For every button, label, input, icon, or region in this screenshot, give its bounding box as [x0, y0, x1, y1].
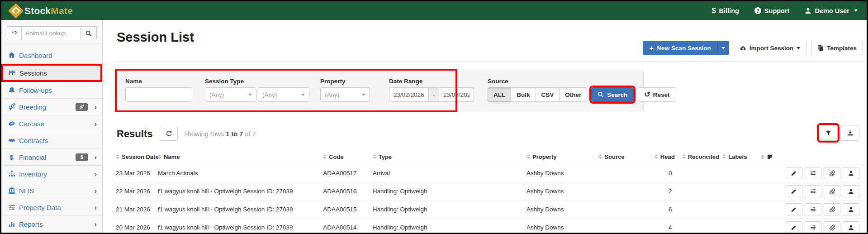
- source-bulk-button[interactable]: Bulk: [511, 87, 536, 102]
- header-labels[interactable]: Labels: [719, 147, 757, 164]
- app-window: StockMate $ Billing ? Support Demo User …: [0, 0, 868, 234]
- new-scan-session-button[interactable]: + New Scan Session: [643, 41, 717, 55]
- table-row[interactable]: 23 Mar 2026 March Animals ADAA00517 Arri…: [112, 164, 863, 182]
- edit-row-button[interactable]: [786, 221, 802, 233]
- sidebar-item-contracts[interactable]: Contracts: [1, 132, 102, 149]
- name-filter-input[interactable]: [125, 87, 192, 102]
- sidebar-item-financial[interactable]: $ Financial $ ›: [1, 149, 102, 166]
- header-property[interactable]: Property: [523, 147, 595, 164]
- sort-icon: [655, 154, 658, 159]
- source-all-button[interactable]: ALL: [488, 87, 511, 102]
- new-scan-session-label: New Scan Session: [657, 45, 711, 52]
- edit-icon: [791, 188, 797, 194]
- session-type-filter-label: Session Type: [205, 78, 309, 85]
- chevron-down-icon: [248, 94, 252, 96]
- animal-lookup-input[interactable]: [21, 26, 81, 40]
- lookup-wildcard-button[interactable]: *?: [7, 26, 21, 40]
- chevron-right-icon: ›: [94, 204, 97, 211]
- sort-icon: [761, 155, 764, 159]
- sidebar-item-label: Inventory: [19, 170, 47, 178]
- chevron-right-icon: ›: [94, 120, 97, 128]
- table-header-row: Session Date Name Code Type Property Sou…: [112, 147, 863, 164]
- cell-reconciled: [678, 200, 719, 218]
- session-type-value: (Any): [209, 91, 224, 98]
- user-menu[interactable]: Demo User: [805, 7, 858, 14]
- header-code[interactable]: Code: [319, 147, 369, 164]
- row-attachments-button[interactable]: [824, 185, 840, 197]
- import-session-button[interactable]: Import Session: [734, 41, 807, 55]
- table-row[interactable]: 22 Mar 2026 f1 wagyus knoll hill - Optiw…: [112, 182, 863, 200]
- reset-button[interactable]: ↺ Reset: [638, 87, 676, 102]
- chevron-right-icon: ›: [94, 220, 97, 228]
- sidebar-item-follow-ups[interactable]: Follow-ups: [1, 82, 102, 99]
- row-settings-button[interactable]: [805, 203, 821, 215]
- sidebar-item-property-data[interactable]: Property Data ›: [1, 199, 102, 216]
- row-user-button[interactable]: [843, 167, 859, 179]
- row-attachments-button[interactable]: [824, 221, 840, 233]
- table-row[interactable]: 20 Mar 2026 f1 wagyus knoll hill - Optiw…: [112, 218, 863, 233]
- refresh-button[interactable]: [160, 127, 178, 141]
- sidebar-item-nlis[interactable]: NLIS ›: [1, 182, 102, 199]
- sidebar-item-inventory[interactable]: Inventory ›: [1, 166, 102, 182]
- chevron-right-icon: ›: [94, 103, 97, 111]
- sidebar-item-badge: $: [76, 153, 88, 161]
- row-user-button[interactable]: [843, 221, 859, 233]
- row-settings-button[interactable]: [805, 221, 821, 233]
- cell-session-date: 22 Mar 2026: [112, 182, 154, 200]
- table-row[interactable]: 21 Mar 2026 f1 wagyus knoll hill - Optiw…: [112, 200, 863, 218]
- row-user-button[interactable]: [843, 185, 859, 197]
- chevron-down-icon: [854, 10, 858, 12]
- edit-row-button[interactable]: [786, 167, 802, 179]
- sidebar-item-reports[interactable]: Reports ›: [1, 216, 102, 233]
- lookup-search-button[interactable]: [81, 26, 97, 40]
- source-csv-button[interactable]: CSV: [536, 87, 560, 102]
- sidebar-item-breeding[interactable]: Breeding ›: [1, 99, 102, 115]
- support-label: Support: [764, 7, 790, 14]
- row-user-button[interactable]: [843, 203, 859, 215]
- header-reconciled[interactable]: Reconciled: [678, 147, 719, 164]
- chevron-right-icon: ›: [94, 153, 97, 161]
- search-icon: [85, 30, 92, 37]
- source-other-button[interactable]: Other: [560, 87, 587, 102]
- sidebar-item-dashboard[interactable]: Dashboard: [1, 47, 102, 64]
- sliders-icon: [810, 224, 816, 230]
- property-select[interactable]: (Any): [320, 87, 370, 102]
- cloud-upload-icon: [740, 45, 746, 51]
- column-filter-button[interactable]: [819, 125, 838, 141]
- session-type-select[interactable]: (Any): [205, 87, 256, 102]
- property-filter-group: Property (Any): [320, 78, 370, 102]
- cell-property: Ashby Downs: [523, 218, 595, 233]
- stockmate-logo[interactable]: StockMate: [10, 5, 73, 16]
- date-range-separator: -: [429, 87, 439, 102]
- edit-row-button[interactable]: [786, 203, 802, 215]
- row-attachments-button[interactable]: [824, 167, 840, 179]
- cell-property: Ashby Downs: [523, 200, 595, 218]
- header-name[interactable]: Name: [154, 147, 319, 164]
- new-scan-session-caret-button[interactable]: [717, 41, 729, 55]
- search-button[interactable]: Search: [591, 87, 634, 102]
- cell-actions: [771, 218, 863, 233]
- user-icon: [848, 170, 854, 176]
- date-from-input[interactable]: [389, 87, 429, 102]
- support-link[interactable]: ? Support: [754, 7, 790, 14]
- header-type[interactable]: Type: [369, 147, 523, 164]
- date-to-input[interactable]: [439, 87, 474, 102]
- row-settings-button[interactable]: [805, 167, 821, 179]
- session-type-filter-group: Session Type (Any) (Any): [205, 78, 309, 102]
- export-button[interactable]: [840, 125, 859, 141]
- edit-row-button[interactable]: [786, 185, 802, 197]
- sidebar-item-sessions[interactable]: Sessions: [1, 64, 102, 82]
- templates-button[interactable]: Templates: [811, 41, 863, 55]
- session-subtype-select[interactable]: (Any): [258, 87, 309, 102]
- header-head[interactable]: Head: [647, 147, 678, 164]
- sidebar-item-carcase[interactable]: Carcase ›: [1, 115, 102, 132]
- sidebar-nav: Dashboard Sessions Follow-ups Breeding ›…: [1, 47, 102, 233]
- header-session-date[interactable]: Session Date: [112, 147, 154, 164]
- header-notes[interactable]: [757, 147, 771, 164]
- cell-notes: [757, 182, 771, 200]
- header-source[interactable]: Source: [595, 147, 647, 164]
- chevron-right-icon: ›: [94, 170, 97, 178]
- row-settings-button[interactable]: [805, 185, 821, 197]
- row-attachments-button[interactable]: [824, 203, 840, 215]
- billing-link[interactable]: $ Billing: [712, 7, 739, 15]
